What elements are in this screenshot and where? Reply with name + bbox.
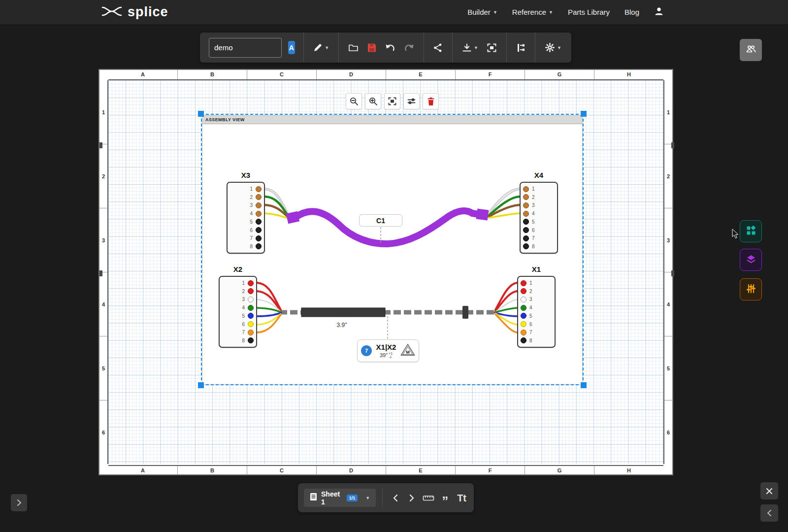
length-callout[interactable]: 7 X1|X2 39" +1 -1 M bbox=[357, 339, 419, 362]
zoom-out-button[interactable] bbox=[346, 93, 362, 109]
divider bbox=[338, 33, 339, 63]
collapse-panel-button[interactable] bbox=[760, 504, 778, 522]
edit-button[interactable]: ▼ bbox=[312, 41, 330, 55]
download-icon bbox=[462, 43, 472, 53]
pin-row: 3 bbox=[249, 202, 262, 208]
connector-x1[interactable]: X1 12345678 bbox=[517, 276, 556, 348]
pin-number: 6 bbox=[532, 228, 536, 233]
callout-body: X1|X2 39" +1 -1 bbox=[374, 343, 398, 359]
pin-row: 1 bbox=[241, 280, 254, 286]
notes-button[interactable]: ” bbox=[439, 496, 451, 500]
fit-screen-button[interactable] bbox=[486, 41, 498, 55]
parts-panel-button[interactable] bbox=[740, 220, 762, 242]
redo-button[interactable] bbox=[403, 41, 415, 55]
close-panel-button[interactable] bbox=[760, 482, 778, 499]
fold-mark bbox=[671, 270, 674, 276]
folder-icon bbox=[348, 43, 359, 53]
ruler-toggle-button[interactable] bbox=[423, 494, 435, 502]
gear-icon bbox=[545, 42, 555, 53]
pin-number: 7 bbox=[241, 330, 245, 335]
pin-dot bbox=[523, 227, 529, 233]
properties-panel-button[interactable] bbox=[740, 278, 762, 300]
save-button[interactable] bbox=[366, 41, 378, 55]
pin-row: 4 bbox=[241, 304, 254, 311]
open-button[interactable] bbox=[347, 41, 360, 55]
prev-sheet-button[interactable] bbox=[389, 494, 401, 502]
view-options-button[interactable] bbox=[403, 93, 420, 109]
pin-row: 3 bbox=[523, 202, 536, 208]
blocks-icon bbox=[746, 225, 756, 238]
pin-number: 6 bbox=[249, 228, 253, 233]
user-account-button[interactable] bbox=[654, 6, 664, 18]
hierarchy-button[interactable] bbox=[515, 41, 526, 55]
pin-list: 12345678 bbox=[523, 186, 536, 250]
ruler-column-label: G bbox=[525, 70, 594, 79]
pin-dot bbox=[523, 202, 529, 208]
pin-dot bbox=[256, 243, 262, 249]
sliders-icon bbox=[746, 283, 756, 296]
brand-name: splice bbox=[128, 4, 168, 20]
pin-list: 12345678 bbox=[249, 186, 262, 250]
save-floppy-icon bbox=[367, 43, 377, 53]
connector-x2[interactable]: X2 12345678 bbox=[219, 276, 257, 348]
share-button[interactable] bbox=[432, 41, 444, 55]
main-toolbar: A ▼ bbox=[200, 33, 571, 63]
pin-row: 7 bbox=[521, 329, 533, 335]
pin-number: 5 bbox=[532, 219, 536, 225]
resize-handle-bottom-left[interactable] bbox=[198, 382, 204, 388]
download-button[interactable]: ▼ bbox=[461, 41, 479, 55]
pin-number: 7 bbox=[249, 235, 253, 241]
filename-input[interactable] bbox=[209, 38, 282, 58]
connector-label: X3 bbox=[223, 171, 269, 179]
nav-parts-library[interactable]: Parts Library bbox=[568, 8, 610, 16]
zoom-in-button[interactable] bbox=[365, 93, 381, 109]
people-icon bbox=[745, 44, 757, 57]
pin-row: 6 bbox=[521, 321, 533, 328]
ruler-columns-top: ABCDEFGH bbox=[108, 70, 663, 80]
connector-x4[interactable]: X4 12345678 bbox=[520, 182, 558, 254]
nav-builder[interactable]: Builder▼ bbox=[467, 8, 497, 16]
layers-panel-button[interactable] bbox=[740, 249, 762, 271]
divider bbox=[303, 33, 304, 63]
fit-view-button[interactable] bbox=[384, 93, 400, 109]
collaborators-button[interactable] bbox=[740, 39, 762, 61]
pin-row: 5 bbox=[521, 313, 533, 319]
pin-row: 4 bbox=[523, 210, 536, 217]
settings-button[interactable]: ▼ bbox=[544, 40, 562, 55]
nav-menu: Builder▼ Reference▼ Parts Library Blog bbox=[467, 0, 664, 24]
ruler-column-label: H bbox=[594, 70, 663, 79]
pin-dot bbox=[248, 305, 254, 311]
resize-handle-top-left[interactable] bbox=[198, 111, 204, 117]
pin-dot bbox=[256, 219, 262, 225]
sheet-selector[interactable]: Sheet 1 1/1 ▼ bbox=[304, 489, 376, 507]
delete-button[interactable] bbox=[423, 93, 439, 109]
chevron-down-icon: ▼ bbox=[549, 10, 553, 15]
annotate-badge[interactable]: A bbox=[288, 41, 295, 54]
resize-handle-top-right[interactable] bbox=[581, 111, 587, 117]
nav-blog[interactable]: Blog bbox=[624, 8, 639, 16]
nav-reference[interactable]: Reference▼ bbox=[512, 8, 553, 16]
pin-number: 8 bbox=[532, 244, 536, 249]
pin-number: 3 bbox=[529, 297, 533, 302]
pin-row: 7 bbox=[241, 329, 254, 335]
ruler-column-label: F bbox=[456, 466, 525, 474]
brand-logo[interactable]: splice bbox=[101, 0, 168, 24]
undo-button[interactable] bbox=[384, 41, 396, 55]
cable-label-c1[interactable]: C1 bbox=[359, 214, 402, 227]
next-sheet-button[interactable] bbox=[406, 494, 418, 502]
chevron-down-icon: ▼ bbox=[325, 45, 329, 50]
pin-dot bbox=[248, 330, 254, 335]
connector-x3[interactable]: X3 12345678 bbox=[227, 182, 265, 254]
ruler-row-label: 4 bbox=[99, 272, 107, 336]
pin-row: 1 bbox=[523, 186, 536, 192]
ruler-row-label: 1 bbox=[99, 80, 107, 144]
expand-panel-button[interactable] bbox=[11, 494, 27, 511]
text-style-button[interactable]: Tt bbox=[456, 493, 468, 503]
pin-number: 5 bbox=[241, 313, 245, 319]
pin-dot bbox=[523, 194, 529, 200]
pin-dot bbox=[523, 235, 529, 241]
pin-number: 8 bbox=[529, 338, 533, 343]
pin-row: 8 bbox=[249, 243, 262, 250]
resize-handle-bottom-right[interactable] bbox=[581, 382, 587, 388]
pin-row: 3 bbox=[241, 296, 254, 302]
